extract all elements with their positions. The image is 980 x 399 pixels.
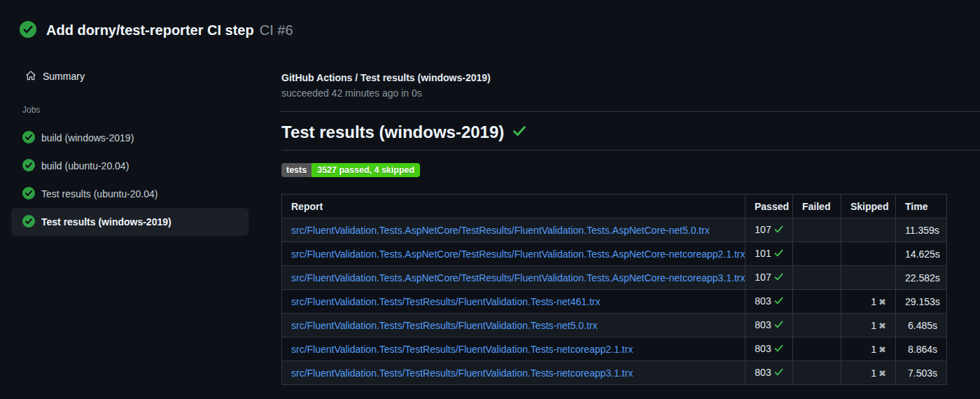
table-row: src/FluentValidation.Tests.AspNetCore/Te…	[282, 242, 947, 266]
passed-cell: 803	[746, 314, 793, 337]
job-success-icon	[22, 215, 35, 230]
failed-cell	[793, 361, 841, 385]
tests-badge-value: 3527 passed, 4 skipped	[312, 163, 420, 177]
job-success-icon	[22, 159, 35, 174]
report-cell: src/FluentValidation.Tests.AspNetCore/Te…	[282, 218, 746, 242]
report-link[interactable]: src/FluentValidation.Tests/TestResults/F…	[291, 344, 633, 355]
table-row: src/FluentValidation.Tests.AspNetCore/Te…	[282, 218, 947, 242]
report-cell: src/FluentValidation.Tests/TestResults/F…	[282, 337, 746, 361]
table-row: src/FluentValidation.Tests/TestResults/F…	[282, 361, 947, 385]
report-cell: src/FluentValidation.Tests/TestResults/F…	[282, 361, 746, 385]
col-time: Time	[896, 195, 947, 218]
run-number: CI #6	[260, 22, 293, 38]
time-cell: 22.582s	[896, 266, 947, 290]
run-header: Add dorny/test-reporter CI step CI #6	[0, 0, 980, 40]
skipped-cell: 1✖	[841, 361, 896, 385]
skipped-x-icon: ✖	[878, 297, 886, 307]
sidebar-item-summary[interactable]: Summary	[11, 65, 269, 88]
time-cell: 11.359s	[896, 218, 947, 242]
report-cell: src/FluentValidation.Tests.AspNetCore/Te…	[282, 266, 746, 290]
home-icon	[25, 70, 36, 83]
sidebar: Summary Jobs build (windows-2019) build …	[0, 65, 269, 236]
summary-label: Summary	[43, 71, 85, 82]
skipped-cell: 1✖	[841, 290, 896, 314]
skipped-cell: 1✖	[841, 337, 896, 361]
failed-cell	[793, 218, 841, 242]
passed-check-icon	[774, 225, 783, 236]
check-run-title: GitHub Actions / Test results (windows-2…	[281, 71, 980, 85]
report-cell: src/FluentValidation.Tests/TestResults/F…	[282, 290, 746, 314]
check-run-status: succeeded 42 minutes ago in 0s	[281, 86, 980, 100]
time-cell: 8.864s	[896, 337, 947, 361]
passed-check-icon	[774, 296, 783, 307]
sidebar-job-item[interactable]: build (windows-2019)	[11, 124, 248, 152]
job-label: build (windows-2019)	[41, 132, 134, 144]
failed-cell	[793, 242, 841, 266]
time-cell: 29.153s	[896, 290, 947, 314]
report-link[interactable]: src/FluentValidation.Tests.AspNetCore/Te…	[291, 225, 710, 236]
col-passed: Passed	[746, 195, 793, 218]
main-content: GitHub Actions / Test results (windows-2…	[280, 65, 980, 385]
passed-check-icon	[774, 272, 783, 284]
run-title: Add dorny/test-reporter CI step	[46, 22, 254, 38]
jobs-list: build (windows-2019) build (ubuntu-20.04…	[11, 124, 269, 236]
run-success-icon	[20, 21, 36, 40]
passed-cell: 107	[746, 266, 793, 290]
skipped-x-icon: ✖	[878, 321, 886, 331]
skipped-cell: ✖	[841, 266, 896, 290]
passed-cell: 803	[746, 361, 793, 385]
job-label: Test results (windows-2019)	[41, 216, 172, 227]
success-check-icon	[512, 122, 526, 143]
skipped-cell: ✖	[841, 218, 896, 242]
report-link[interactable]: src/FluentValidation.Tests/TestResults/F…	[291, 368, 633, 379]
time-cell: 14.625s	[896, 242, 947, 266]
report-cell: src/FluentValidation.Tests.AspNetCore/Te…	[282, 242, 746, 266]
col-skipped: Skipped	[841, 195, 896, 218]
failed-cell	[793, 266, 841, 290]
sidebar-job-item[interactable]: Test results (ubuntu-20.04)	[11, 180, 248, 208]
passed-cell: 803	[746, 290, 793, 314]
job-label: build (ubuntu-20.04)	[41, 160, 129, 172]
job-label: Test results (ubuntu-20.04)	[41, 188, 158, 200]
report-link[interactable]: src/FluentValidation.Tests.AspNetCore/Te…	[291, 248, 745, 260]
jobs-section-label: Jobs	[22, 104, 269, 115]
time-cell: 6.485s	[896, 314, 947, 337]
col-report: Report	[282, 195, 746, 218]
tests-badge: tests 3527 passed, 4 skipped	[281, 163, 420, 177]
passed-check-icon	[774, 248, 783, 260]
check-run-head: GitHub Actions / Test results (windows-2…	[280, 65, 980, 112]
table-row: src/FluentValidation.Tests.AspNetCore/Te…	[282, 266, 947, 290]
section-title-text: Test results (windows-2019)	[281, 122, 504, 143]
col-failed: Failed	[793, 195, 841, 218]
sidebar-job-item[interactable]: Test results (windows-2019)	[11, 208, 248, 236]
table-row: src/FluentValidation.Tests/TestResults/F…	[282, 337, 947, 361]
failed-cell	[793, 290, 841, 314]
report-link[interactable]: src/FluentValidation.Tests/TestResults/F…	[291, 320, 598, 331]
skipped-x-icon: ✖	[878, 344, 886, 355]
job-success-icon	[22, 131, 35, 146]
time-cell: 7.503s	[896, 361, 947, 385]
table-row: src/FluentValidation.Tests/TestResults/F…	[282, 314, 947, 337]
passed-cell: 101	[746, 242, 793, 266]
skipped-x-icon: ✖	[878, 368, 886, 379]
passed-cell: 107	[746, 218, 793, 242]
passed-check-icon	[774, 368, 783, 379]
table-row: src/FluentValidation.Tests/TestResults/F…	[282, 290, 947, 314]
failed-cell	[793, 337, 841, 361]
passed-check-icon	[774, 320, 783, 331]
job-success-icon	[22, 187, 35, 202]
report-cell: src/FluentValidation.Tests/TestResults/F…	[282, 314, 746, 337]
section-title: Test results (windows-2019)	[281, 122, 980, 150]
report-link[interactable]: src/FluentValidation.Tests/TestResults/F…	[291, 296, 600, 307]
passed-check-icon	[774, 344, 783, 355]
results-table-header-row: Report Passed Failed Skipped Time	[282, 195, 947, 218]
tests-badge-label: tests	[281, 163, 312, 177]
failed-cell	[793, 314, 841, 337]
skipped-cell: 1✖	[841, 314, 896, 337]
sidebar-job-item[interactable]: build (ubuntu-20.04)	[11, 152, 248, 180]
skipped-cell: ✖	[841, 242, 896, 266]
passed-cell: 803	[746, 337, 793, 361]
results-table: Report Passed Failed Skipped Time src/Fl…	[281, 194, 947, 385]
report-link[interactable]: src/FluentValidation.Tests.AspNetCore/Te…	[291, 272, 745, 284]
